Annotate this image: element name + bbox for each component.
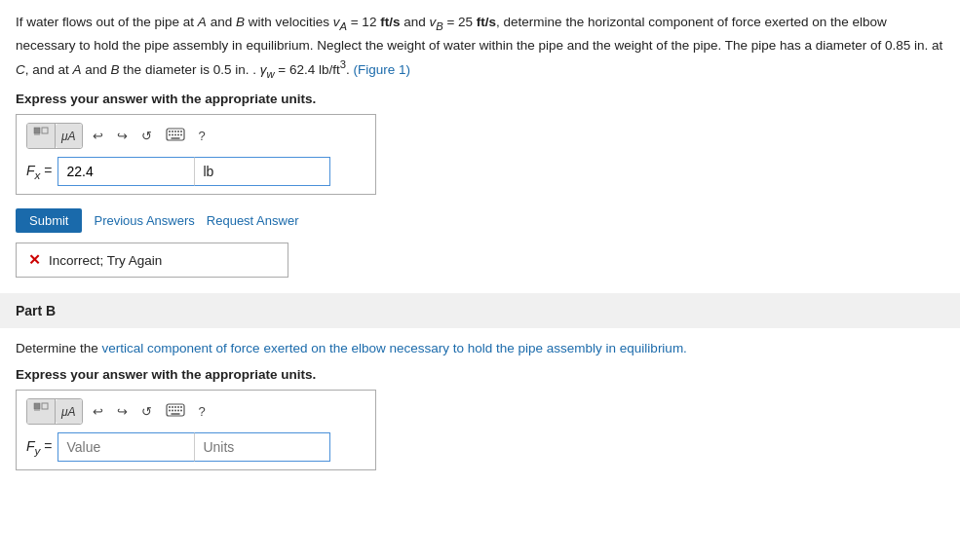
part-a-toolbar: μA ↩ ↪ ↺: [26, 123, 365, 149]
incorrect-box: ✕ Incorrect; Try Again: [16, 243, 288, 278]
part-b-section-header: Part B: [0, 293, 960, 328]
part-b-units-input[interactable]: [194, 432, 330, 462]
part-a-input-label: Fx =: [26, 163, 52, 181]
part-b-express-label: Express your answer with the appropriate…: [16, 367, 944, 382]
part-b-grid-format-button[interactable]: [27, 399, 56, 424]
part-a-units-input[interactable]: [194, 157, 330, 186]
part-b-mu-button[interactable]: μA: [56, 399, 82, 424]
part-a-answer-box: μA ↩ ↪ ↺: [16, 114, 376, 195]
keyboard-button[interactable]: [162, 126, 189, 146]
mu-button[interactable]: μA: [56, 124, 82, 148]
undo-button[interactable]: ↩: [89, 127, 107, 145]
part-a-value-input[interactable]: [58, 157, 194, 186]
part-b-input-label: Fy =: [26, 438, 52, 457]
part-b-answer-box: μA ↩ ↪ ↺: [16, 390, 376, 470]
figure-link[interactable]: (Figure 1): [354, 62, 411, 77]
part-b-label: Part B: [16, 303, 944, 318]
help-button[interactable]: ?: [195, 127, 210, 145]
svg-rect-17: [42, 403, 48, 409]
redo-button[interactable]: ↪: [113, 127, 132, 145]
part-b-main: Determine the vertical component of forc…: [0, 328, 960, 496]
part-b-value-input[interactable]: [58, 432, 194, 462]
express-answer-label: Express your answer with the appropriate…: [16, 92, 944, 106]
submit-button[interactable]: Submit: [16, 208, 82, 233]
part-b-toolbar: μA ↩ ↪ ↺: [26, 398, 365, 425]
part-b-format-icon-group: μA: [26, 398, 83, 425]
part-b-input-row: Fy =: [26, 432, 365, 462]
part-b-undo-button[interactable]: ↩: [89, 402, 107, 421]
part-b-question: Determine the vertical component of forc…: [16, 338, 944, 359]
grid-format-button[interactable]: [27, 124, 56, 148]
part-a-submit-row: Submit Previous Answers Request Answer: [16, 208, 944, 233]
part-b-keyboard-button[interactable]: [162, 401, 189, 422]
part-b-help-button[interactable]: ?: [195, 402, 210, 421]
previous-answers-link[interactable]: Previous Answers: [94, 213, 194, 228]
incorrect-icon: ✕: [28, 251, 41, 269]
format-icon-group: μA: [26, 123, 83, 149]
part-b-highlight: vertical component of force exerted on t…: [102, 341, 687, 355]
request-answer-link[interactable]: Request Answer: [207, 213, 299, 228]
reset-button[interactable]: ↺: [137, 127, 156, 145]
incorrect-text: Incorrect; Try Again: [49, 253, 162, 268]
part-b-redo-button[interactable]: ↪: [113, 402, 132, 421]
part-a-input-row: Fx =: [26, 157, 365, 186]
svg-rect-1: [42, 128, 48, 133]
problem-text: If water flows out of the pipe at A and …: [16, 12, 944, 82]
part-b-reset-button[interactable]: ↺: [137, 402, 156, 421]
